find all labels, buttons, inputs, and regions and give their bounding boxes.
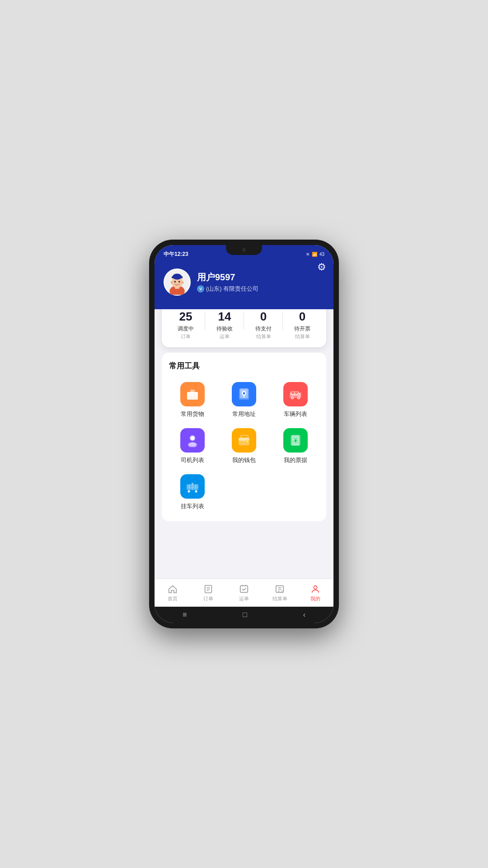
stat-pending-pay-number: 0 [244, 310, 283, 323]
stat-pending-invoice-number: 0 [283, 310, 322, 323]
svg-point-38 [247, 440, 249, 442]
tool-common-goods[interactable]: 常用货物 [169, 379, 216, 421]
svg-point-6 [174, 281, 176, 283]
phone-screen: 中午12:23 ✕ 📶 43 ⚙ [155, 245, 333, 623]
tools-section-title: 常用工具 [169, 361, 319, 371]
stat-pending-pay-label1: 待支付 [244, 325, 283, 333]
user-info: 用户9597 V (山东) 有限责任公司 [164, 269, 324, 296]
svg-text:¥: ¥ [294, 437, 297, 443]
nav-settlement-label: 结算单 [272, 595, 287, 602]
svg-point-7 [178, 281, 180, 283]
tool-vehicle-list-label: 车辆列表 [284, 410, 307, 418]
nav-waybill[interactable]: 运单 [226, 581, 262, 605]
stat-pending-accept-label2: 运单 [205, 333, 244, 340]
tool-trailer-list-label: 挂车列表 [181, 502, 204, 510]
nav-home[interactable]: 首页 [155, 581, 190, 605]
my-wallet-icon [232, 428, 256, 453]
tools-grid: 常用货物 [169, 379, 319, 513]
verified-badge: V [197, 285, 204, 292]
nav-mine-label: 我的 [310, 595, 320, 602]
stat-pending-pay[interactable]: 0 待支付 结算单 [244, 310, 283, 340]
android-nav-bar: ≡ □ ‹ [155, 607, 333, 623]
android-menu-btn[interactable]: ≡ [183, 611, 187, 619]
camera [242, 248, 246, 252]
svg-point-5 [173, 274, 182, 279]
tool-trailer-list[interactable]: 挂车列表 [169, 472, 216, 513]
svg-point-66 [314, 585, 317, 589]
svg-point-8 [171, 281, 173, 284]
tools-card: 常用工具 [162, 353, 326, 521]
company-name: (山东) 有限责任公司 [206, 285, 258, 293]
svg-point-33 [191, 436, 194, 440]
screen-record-icon: ✕ [306, 252, 310, 257]
company-info: V (山东) 有限责任公司 [197, 285, 258, 293]
svg-point-19 [243, 392, 245, 394]
svg-point-27 [292, 397, 293, 398]
driver-list-icon [180, 428, 205, 453]
common-goods-icon [180, 382, 205, 406]
svg-point-34 [189, 443, 196, 446]
svg-rect-53 [192, 483, 193, 485]
common-address-icon [232, 382, 256, 406]
stat-pending-accept-label1: 待验收 [205, 325, 244, 333]
svg-rect-24 [291, 392, 294, 394]
nav-settlement[interactable]: 结算单 [262, 581, 298, 605]
stat-pending-invoice-label1: 待开票 [283, 325, 322, 333]
svg-rect-58 [240, 585, 248, 592]
svg-point-29 [298, 397, 300, 398]
android-home-btn[interactable]: □ [243, 611, 247, 619]
tool-common-address[interactable]: 常用地址 [221, 379, 267, 421]
stat-pending-accept-number: 14 [205, 310, 244, 323]
tool-my-wallet-label: 我的钱包 [232, 456, 256, 464]
tool-my-wallet[interactable]: 我的钱包 [221, 425, 267, 467]
avatar[interactable] [164, 269, 191, 296]
svg-rect-44 [292, 439, 299, 439]
stat-scheduling-label1: 调度中 [166, 325, 205, 333]
settings-button[interactable]: ⚙ [317, 261, 326, 273]
stat-scheduling[interactable]: 25 调度中 订单 [166, 310, 205, 340]
phone-frame: 中午12:23 ✕ 📶 43 ⚙ [149, 240, 339, 628]
stat-pending-accept[interactable]: 14 待验收 运单 [205, 310, 244, 340]
svg-point-9 [182, 281, 184, 284]
status-time: 中午12:23 [164, 250, 188, 258]
trailer-list-icon [180, 474, 205, 499]
tool-my-invoice-label: 我的票据 [284, 456, 307, 464]
content-area: 常用工具 [155, 353, 333, 579]
svg-rect-13 [190, 390, 195, 392]
profile-header: ⚙ [155, 261, 333, 309]
tool-driver-list-label: 司机列表 [181, 456, 204, 464]
stat-pending-invoice[interactable]: 0 待开票 结算单 [283, 310, 322, 340]
android-back-btn[interactable]: ‹ [303, 611, 305, 619]
my-invoice-icon: ¥ [283, 428, 308, 453]
status-icons: ✕ 📶 43 [306, 252, 324, 257]
vehicle-list-icon [283, 382, 308, 406]
svg-point-52 [195, 490, 197, 492]
nav-home-label: 首页 [168, 595, 178, 602]
username: 用户9597 [197, 271, 258, 283]
nav-waybill-label: 运单 [239, 595, 249, 602]
tool-driver-list[interactable]: 司机列表 [169, 425, 216, 467]
stat-scheduling-label2: 订单 [166, 333, 205, 340]
user-details: 用户9597 V (山东) 有限责任公司 [197, 271, 258, 293]
nav-orders-label: 订单 [203, 595, 213, 602]
bottom-nav: 首页 订单 运单 [155, 579, 333, 607]
svg-rect-25 [295, 392, 298, 394]
notch [226, 245, 262, 255]
wifi-icon: 📶 [312, 252, 317, 257]
svg-rect-30 [299, 393, 300, 396]
battery-icon: 43 [319, 252, 324, 257]
stat-pending-invoice-label2: 结算单 [283, 333, 322, 340]
nav-orders[interactable]: 订单 [190, 581, 226, 605]
svg-point-51 [188, 490, 190, 492]
nav-mine[interactable]: 我的 [298, 581, 333, 605]
tool-common-goods-label: 常用货物 [181, 410, 204, 418]
stat-pending-pay-label2: 结算单 [244, 333, 283, 340]
tool-my-invoice[interactable]: ¥ 我的票据 [272, 425, 319, 467]
stat-scheduling-number: 25 [166, 310, 205, 323]
tool-common-address-label: 常用地址 [232, 410, 256, 418]
tool-vehicle-list[interactable]: 车辆列表 [272, 379, 319, 421]
